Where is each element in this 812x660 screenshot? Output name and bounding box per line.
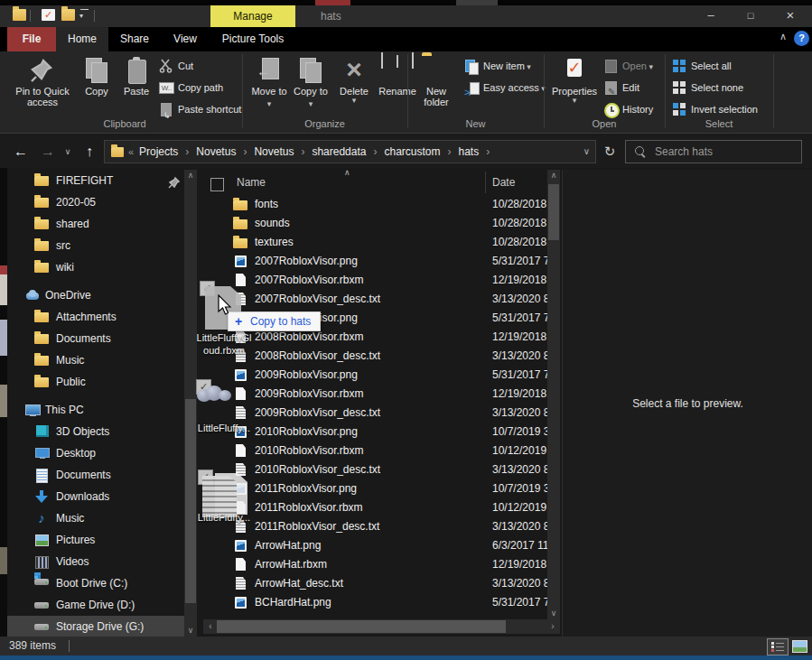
sidebar-item[interactable]: Attachments bbox=[7, 306, 184, 328]
sidebar-scrollbar[interactable]: ∧ ∨ bbox=[184, 170, 197, 637]
copy-path-button[interactable]: W.. Copy path bbox=[159, 78, 258, 98]
table-row[interactable]: ArrowHat.rbxm 12/19/2018 bbox=[203, 555, 547, 574]
sidebar-item[interactable]: This PC bbox=[7, 399, 184, 421]
sidebar-item[interactable]: Documents bbox=[7, 464, 184, 486]
sidebar-item[interactable]: Storage Drive (G:) bbox=[7, 616, 184, 637]
horizontal-scrollbar[interactable]: ‹ › bbox=[203, 619, 560, 634]
sidebar-item[interactable]: OneDrive bbox=[7, 284, 184, 306]
sidebar-item[interactable]: 3D Objects bbox=[7, 421, 184, 442]
tab-share[interactable]: Share bbox=[108, 27, 161, 51]
refresh-icon[interactable]: ↻ bbox=[598, 140, 621, 163]
sidebar-item[interactable]: Downloads bbox=[7, 486, 184, 507]
table-row[interactable]: 2010RobloxVisor.rbxm 10/12/2019 bbox=[203, 442, 547, 460]
sidebar-item[interactable]: src bbox=[7, 235, 184, 256]
sidebar-item[interactable]: 2020-05 bbox=[7, 191, 184, 213]
sidebar-item[interactable]: Videos bbox=[7, 551, 184, 572]
maximize-button[interactable]: □ bbox=[731, 5, 770, 27]
table-row[interactable]: 2007RobloxVisor.rbxm 12/19/2018 bbox=[203, 271, 547, 290]
scroll-left-icon[interactable]: ‹ bbox=[205, 619, 216, 634]
list-scrollbar[interactable]: ∧ ∨ bbox=[547, 170, 560, 619]
sidebar-item[interactable]: FIREFIGHT bbox=[7, 170, 184, 191]
table-row[interactable]: sounds 10/28/2018 bbox=[203, 214, 547, 233]
qat-newfolder-icon[interactable] bbox=[61, 9, 75, 21]
up-icon[interactable]: ↑ bbox=[79, 141, 99, 163]
select-all-button[interactable]: Select all bbox=[672, 56, 766, 76]
tab-view[interactable]: View bbox=[161, 27, 210, 51]
back-icon[interactable]: ← bbox=[11, 141, 31, 163]
sidebar-item[interactable]: Desktop bbox=[7, 442, 184, 464]
breadcrumb-segment[interactable]: Novetus bbox=[254, 145, 312, 158]
properties-button[interactable]: ✓ Properties bbox=[549, 54, 600, 119]
breadcrumb-segment[interactable]: shareddata bbox=[312, 145, 384, 158]
sidebar-item[interactable]: Game Drive (D:) bbox=[7, 594, 184, 616]
details-view-button[interactable] bbox=[767, 638, 789, 655]
delete-button[interactable]: × Delete bbox=[334, 54, 374, 119]
breadcrumb-overflow-icon[interactable]: « bbox=[128, 141, 134, 163]
copy-button[interactable]: Copy bbox=[78, 54, 116, 119]
copy-to-button[interactable]: Copy to bbox=[291, 54, 331, 119]
scroll-right-icon[interactable]: › bbox=[547, 619, 558, 634]
open-button[interactable]: Open bbox=[603, 56, 661, 76]
move-to-button[interactable]: ← Move to bbox=[249, 54, 289, 119]
scroll-up-icon[interactable]: ∧ bbox=[184, 170, 197, 181]
table-row[interactable]: textures 10/28/2018 bbox=[203, 233, 547, 252]
sidebar-item[interactable]: wiki bbox=[7, 256, 184, 278]
qat-customize-icon[interactable]: ▾ bbox=[79, 12, 93, 23]
sidebar-item[interactable]: Documents bbox=[7, 328, 184, 349]
tab-home[interactable]: Home bbox=[56, 27, 108, 51]
table-row[interactable]: 2007RobloxVisor.png 5/31/2017 7 bbox=[203, 252, 547, 271]
breadcrumb-segment[interactable]: Novetus bbox=[196, 145, 254, 158]
qat-properties-icon[interactable]: ✓ bbox=[42, 9, 55, 21]
table-row[interactable]: BCHardHat.png 5/31/2017 7 bbox=[203, 593, 547, 612]
search-box[interactable]: Search hats bbox=[625, 140, 802, 163]
paste-button[interactable]: Paste bbox=[117, 54, 155, 119]
table-row[interactable]: ArrowHat_desc.txt 3/13/2020 8 bbox=[203, 574, 547, 593]
address-bar[interactable]: « ProjectsNovetusNovetusshareddatacharcu… bbox=[104, 140, 596, 163]
column-divider[interactable] bbox=[485, 172, 486, 193]
forward-icon[interactable]: → bbox=[38, 141, 58, 163]
table-row[interactable]: 2011RobloxVisor.png 10/7/2019 3 bbox=[203, 479, 547, 498]
table-row[interactable]: 2009RobloxVisor.png 5/31/2017 7 bbox=[203, 366, 547, 385]
column-header-date[interactable]: Date bbox=[492, 176, 515, 189]
thumbnail-view-button[interactable] bbox=[789, 638, 809, 654]
table-row[interactable]: 2010RobloxVisor_desc.txt 3/13/2020 8 bbox=[203, 460, 547, 479]
address-dropdown-icon[interactable]: ∨ bbox=[583, 141, 590, 163]
sidebar-item[interactable]: Music bbox=[7, 349, 184, 371]
column-header-name[interactable]: Name bbox=[237, 176, 266, 189]
table-row[interactable]: fonts 10/28/2018 bbox=[203, 195, 547, 214]
new-item-button[interactable]: New item bbox=[464, 56, 542, 76]
sidebar-item[interactable]: Public bbox=[7, 371, 184, 393]
easy-access-button[interactable]: ≯ Easy access bbox=[464, 78, 551, 98]
new-folder-button[interactable]: New folder bbox=[414, 54, 459, 119]
scroll-down-icon[interactable]: ∨ bbox=[547, 608, 560, 619]
table-row[interactable]: ArrowHat.png 6/3/2017 11 bbox=[203, 536, 547, 555]
cut-button[interactable]: Cut bbox=[159, 56, 249, 76]
tab-file[interactable]: File bbox=[7, 27, 56, 51]
edit-button[interactable]: ✎ Edit bbox=[603, 78, 661, 98]
scrollbar-thumb[interactable] bbox=[217, 620, 506, 633]
breadcrumb-segment[interactable]: charcustom bbox=[384, 145, 458, 158]
scroll-up-icon[interactable]: ∧ bbox=[547, 170, 560, 181]
table-row[interactable]: 2007RobloxVisor_desc.txt 3/13/2020 8 bbox=[203, 290, 547, 309]
close-button[interactable]: × bbox=[770, 5, 810, 27]
select-none-button[interactable]: Select none bbox=[672, 78, 766, 98]
table-row[interactable]: 2009RobloxVisor.rbxm 12/19/2018 bbox=[203, 385, 547, 404]
breadcrumb-segment[interactable]: Projects bbox=[139, 145, 196, 158]
sidebar-item[interactable]: Pictures bbox=[7, 529, 184, 551]
pin-to-quick-access-button[interactable]: Pin to Quick access bbox=[11, 54, 74, 119]
sidebar-item[interactable]: Music bbox=[7, 507, 184, 529]
sidebar-item[interactable]: Boot Drive (C:) bbox=[7, 572, 184, 594]
help-icon[interactable]: ? bbox=[794, 31, 809, 46]
select-all-checkbox[interactable] bbox=[210, 178, 224, 191]
recent-locations-icon[interactable]: ∨ bbox=[61, 141, 74, 163]
tab-picture-tools[interactable]: Picture Tools bbox=[210, 27, 295, 51]
manage-contextual-tab[interactable]: Manage bbox=[210, 5, 295, 27]
scrollbar-thumb[interactable] bbox=[548, 184, 559, 240]
breadcrumb-segment[interactable]: hats bbox=[459, 145, 498, 158]
minimize-button[interactable]: – bbox=[691, 5, 731, 27]
table-row[interactable]: 2009RobloxVisor_desc.txt 3/13/2020 8 bbox=[203, 404, 547, 423]
qat-folder-icon[interactable] bbox=[13, 9, 26, 21]
collapse-ribbon-icon[interactable]: ∧ bbox=[774, 31, 792, 47]
scroll-down-icon[interactable]: ∨ bbox=[184, 625, 197, 637]
sidebar-item[interactable]: shared bbox=[7, 213, 184, 235]
